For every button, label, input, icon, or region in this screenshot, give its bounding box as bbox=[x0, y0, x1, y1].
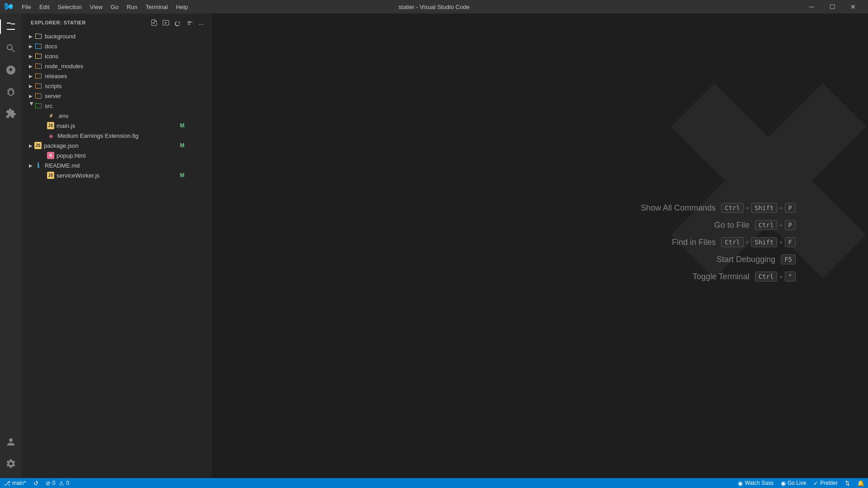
menu-view[interactable]: View bbox=[86, 3, 106, 11]
js-file-icon: JS bbox=[47, 172, 54, 179]
activity-debug[interactable] bbox=[0, 81, 22, 103]
minimize-button[interactable]: ─ bbox=[801, 0, 822, 14]
new-file-button[interactable] bbox=[149, 18, 159, 28]
activity-source-control[interactable] bbox=[0, 59, 22, 81]
status-branch[interactable]: ⎇ main* bbox=[0, 478, 30, 488]
tree-item-serviceworker[interactable]: ▶ JS serviceWorker.js M bbox=[22, 170, 212, 180]
key-p: P bbox=[785, 220, 796, 230]
folder-icon bbox=[34, 92, 42, 100]
file-label: popup.html bbox=[57, 152, 85, 159]
key-shift: Shift bbox=[751, 203, 777, 213]
shortcut-find-files: Find in Files Ctrl + Shift + F bbox=[672, 237, 796, 247]
tree-item-server[interactable]: ▶ server bbox=[22, 91, 212, 101]
warning-count: 0 bbox=[66, 480, 69, 486]
shortcut-goto-file: Go to File Ctrl + P bbox=[714, 220, 796, 230]
tree-item-scripts[interactable]: ▶ scripts bbox=[22, 81, 212, 91]
shortcut-label: Find in Files bbox=[672, 238, 716, 247]
tree-item-docs[interactable]: ▶ docs bbox=[22, 41, 212, 51]
env-file-icon: # bbox=[47, 112, 55, 120]
main-container: EXPLORER: STATIER bbox=[0, 14, 868, 478]
tree-item-packagejson[interactable]: ▶ JS package.json M bbox=[22, 141, 212, 150]
folder-icon bbox=[34, 102, 42, 110]
shortcut-label: Go to File bbox=[714, 221, 750, 230]
menu-selection[interactable]: Selection bbox=[54, 3, 85, 11]
folder-icon bbox=[34, 32, 42, 40]
maximize-button[interactable]: ☐ bbox=[822, 0, 843, 14]
file-label: serviceWorker.js bbox=[57, 172, 99, 179]
status-sync[interactable]: ↺ bbox=[30, 478, 42, 488]
file-label: main.js bbox=[57, 122, 75, 129]
activity-settings[interactable] bbox=[0, 453, 22, 474]
tree-item-icons[interactable]: ▶ icons bbox=[22, 51, 212, 61]
vscode-logo bbox=[5, 3, 13, 11]
go-live-label: Go Live bbox=[788, 480, 806, 486]
key-f: F bbox=[785, 237, 796, 247]
status-go-live[interactable]: ◉ Go Live bbox=[777, 478, 810, 488]
tree-item-fig[interactable]: ▶ ◈ Medium Earnings Extension.fig bbox=[22, 131, 212, 141]
key-plus: + bbox=[779, 273, 783, 280]
menu-edit[interactable]: Edit bbox=[36, 3, 53, 11]
chevron-icon: ▶ bbox=[27, 92, 34, 99]
shortcut-keys: Ctrl + P bbox=[755, 220, 796, 230]
tree-item-readme[interactable]: ▶ ℹ README.md bbox=[22, 160, 212, 170]
key-plus: + bbox=[745, 204, 749, 211]
watch-sass-icon: ◉ bbox=[738, 480, 743, 487]
menu-go[interactable]: Go bbox=[107, 3, 122, 11]
status-errors[interactable]: ⊘ 0 ⚠ 0 bbox=[42, 478, 73, 488]
git-modified-badge: M bbox=[180, 142, 184, 149]
file-label: background bbox=[45, 33, 75, 40]
titlebar-left: File Edit Selection View Go Run Terminal… bbox=[5, 3, 192, 11]
tree-item-background[interactable]: ▶ background bbox=[22, 31, 212, 41]
new-folder-button[interactable] bbox=[161, 18, 171, 28]
activity-account[interactable] bbox=[0, 431, 22, 453]
activity-extensions[interactable] bbox=[0, 103, 22, 124]
folder-icon bbox=[34, 42, 42, 50]
shortcut-keys: Ctrl + Shift + P bbox=[721, 203, 796, 213]
fig-file-icon: ◈ bbox=[47, 131, 55, 140]
status-encoding[interactable]: ⇅ bbox=[841, 478, 854, 488]
status-prettier[interactable]: ✓ Prettier bbox=[810, 478, 841, 488]
shortcut-keys: F5 bbox=[781, 254, 796, 264]
editor-area: Show All Commands Ctrl + Shift + P Go to… bbox=[212, 14, 868, 478]
file-label: server bbox=[45, 93, 61, 99]
activity-bottom bbox=[0, 431, 22, 478]
file-label: Medium Earnings Extension.fig bbox=[57, 132, 138, 139]
more-actions-button[interactable]: ... bbox=[196, 18, 206, 28]
tree-item-popuphtml[interactable]: ▶ H popup.html bbox=[22, 150, 212, 160]
git-modified-badge: M bbox=[180, 122, 184, 129]
close-button[interactable]: ✕ bbox=[843, 0, 863, 14]
watch-sass-label: Watch Sass bbox=[745, 480, 774, 486]
key-plus: + bbox=[745, 239, 749, 246]
collapse-button[interactable] bbox=[184, 18, 194, 28]
tree-item-src[interactable]: ▶ src bbox=[22, 101, 212, 111]
tree-item-mainjs[interactable]: ▶ JS main.js M bbox=[22, 121, 212, 131]
error-icon: ⊘ bbox=[46, 480, 51, 487]
status-notifications[interactable]: 🔔 bbox=[854, 478, 868, 488]
shortcuts-overlay: Show All Commands Ctrl + Shift + P Go to… bbox=[212, 14, 868, 478]
file-label: src bbox=[45, 103, 52, 109]
menu-file[interactable]: File bbox=[18, 3, 35, 11]
menu-terminal[interactable]: Terminal bbox=[142, 3, 171, 11]
key-plus: + bbox=[779, 239, 783, 246]
refresh-button[interactable] bbox=[173, 18, 183, 28]
chevron-icon: ▶ bbox=[27, 52, 34, 60]
file-label: README.md bbox=[45, 162, 80, 169]
file-label: .env bbox=[57, 113, 69, 119]
status-watch-sass[interactable]: ◉ Watch Sass bbox=[734, 478, 777, 488]
sidebar-title: EXPLORER: STATIER bbox=[31, 20, 86, 25]
tree-item-env[interactable]: ▶ # .env bbox=[22, 111, 212, 121]
titlebar: File Edit Selection View Go Run Terminal… bbox=[0, 0, 868, 14]
prettier-icon: ✓ bbox=[813, 480, 818, 487]
chevron-icon: ▶ bbox=[27, 162, 34, 169]
md-file-icon: ℹ bbox=[34, 161, 42, 169]
file-label: releases bbox=[45, 73, 67, 80]
activity-explorer[interactable] bbox=[0, 16, 22, 38]
menu-help[interactable]: Help bbox=[172, 3, 192, 11]
tree-item-releases[interactable]: ▶ releases bbox=[22, 71, 212, 81]
activity-search[interactable] bbox=[0, 38, 22, 59]
tree-item-node-modules[interactable]: ▶ node_modules bbox=[22, 61, 212, 71]
statusbar-right: ◉ Watch Sass ◉ Go Live ✓ Prettier ⇅ 🔔 bbox=[734, 478, 868, 488]
menu-run[interactable]: Run bbox=[123, 3, 141, 11]
key-f5: F5 bbox=[781, 254, 796, 264]
folder-icon bbox=[34, 62, 42, 70]
